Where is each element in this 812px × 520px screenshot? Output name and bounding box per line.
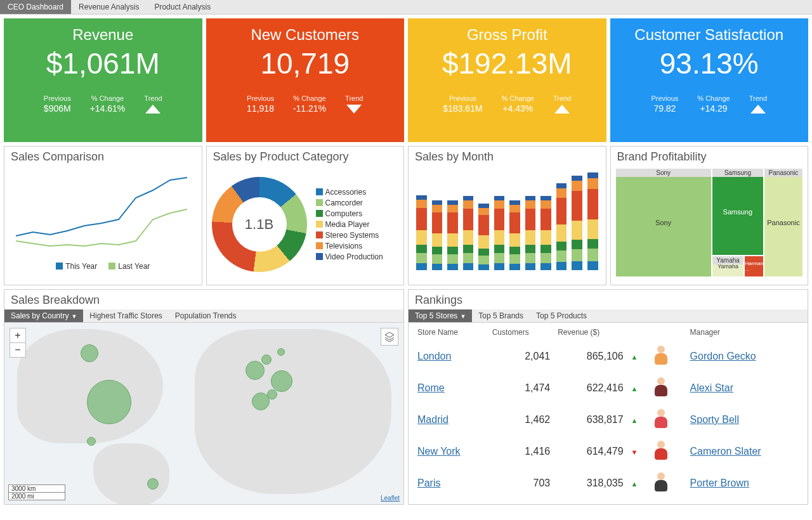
tab-product-analysis[interactable]: Product Analysis (147, 0, 218, 14)
customers-value: 1,474 (488, 372, 554, 404)
bar-sep[interactable] (540, 196, 551, 270)
kpi-value: 10,719 (260, 46, 350, 81)
chevron-down-icon: ▼ (460, 313, 466, 320)
kpi-value: $1,061M (46, 46, 160, 81)
manager-link[interactable]: Cameron Slater (690, 446, 761, 457)
kpi-new-customers[interactable]: New Customers 10,719 Previous11,918 % Ch… (206, 18, 405, 142)
donut-center: 1.1B (232, 197, 287, 252)
rankings-tab-top-5-brands[interactable]: Top 5 Brands (472, 309, 530, 322)
treemap-cell-samsung: Samsung (723, 208, 752, 216)
table-row: Madrid 1,462 638,817 ▲ Sporty Bell (414, 404, 802, 436)
legend-this-year: This Year (65, 262, 97, 271)
customers-value: 1,462 (488, 404, 554, 436)
rankings-tab-top-5-stores[interactable]: Top 5 Stores▼ (409, 309, 472, 322)
manager-link[interactable]: Gordon Gecko (690, 351, 756, 361)
panel-title: Sales Breakdown (4, 290, 403, 309)
layers-button[interactable] (381, 328, 398, 346)
store-link[interactable]: Paris (417, 478, 440, 488)
panel-title: Sales Comparison (4, 146, 202, 166)
avatar (652, 376, 670, 398)
bar-nov[interactable] (572, 176, 582, 270)
breakdown-tab-sales-by-country[interactable]: Sales by Country▼ (4, 309, 83, 322)
rankings-table: Store NameCustomersRevenue ($)Manager Lo… (414, 325, 802, 499)
trend-down-icon (346, 105, 362, 114)
trend-up-icon (145, 105, 160, 114)
legend-last-year: Last Year (118, 262, 150, 271)
panel-sales-breakdown: Sales Breakdown Sales by Country▼Highest… (4, 289, 404, 505)
bar-jun[interactable] (494, 196, 505, 270)
rankings-tab-top-5-products[interactable]: Top 5 Products (530, 309, 593, 322)
bar-mar[interactable] (447, 200, 458, 270)
zoom-in-button[interactable]: + (10, 328, 25, 343)
panel-title: Sales by Product Category (207, 146, 404, 166)
layers-icon (384, 332, 395, 342)
table-row: Paris 703 318,035 ▲ Porter Brown (414, 467, 802, 499)
bar-aug[interactable] (525, 196, 536, 270)
store-link[interactable]: Madrid (417, 414, 449, 425)
table-row: London 2,041 865,106 ▲ Gordon Gecko (414, 341, 802, 372)
col-customers: Customers (488, 325, 554, 341)
kpi-title: Gross Profit (467, 26, 547, 44)
treemap-cell-harman: Harman ... (745, 261, 763, 272)
manager-link[interactable]: Sporty Bell (690, 414, 739, 425)
sales-comparison-chart[interactable] (10, 169, 197, 257)
table-row: Rome 1,474 622,416 ▲ Alexi Star (414, 372, 802, 404)
legend-media-player: Media Player (316, 220, 383, 229)
bar-feb[interactable] (432, 200, 443, 270)
avatar (652, 344, 670, 366)
store-link[interactable]: Rome (417, 382, 445, 393)
bar-jan[interactable] (416, 195, 427, 270)
map-scale: 3000 km 2000 mi (8, 485, 65, 500)
panel-rankings: Rankings Top 5 Stores▼Top 5 BrandsTop 5 … (408, 289, 808, 505)
manager-link[interactable]: Porter Brown (690, 478, 749, 488)
store-link[interactable]: New York (417, 446, 461, 457)
kpi-customer-satisfaction[interactable]: Customer Satisfaction 93.13% Previous79.… (610, 18, 809, 142)
store-link[interactable]: London (417, 351, 451, 361)
bar-oct[interactable] (556, 183, 567, 270)
breakdown-tab-population-trends[interactable]: Population Trends (169, 309, 243, 322)
donut-chart[interactable]: 1.1B (212, 177, 307, 272)
panel-title: Sales by Month (409, 146, 606, 166)
trend-up-icon: ▲ (631, 385, 638, 393)
customers-value: 1,416 (488, 436, 554, 467)
sales-by-month-chart[interactable] (414, 169, 601, 270)
revenue-value: 622,416 (554, 372, 627, 404)
bar-may[interactable] (478, 204, 489, 270)
revenue-value: 318,035 (554, 467, 627, 499)
trend-up-icon: ▲ (631, 417, 638, 424)
col-spacer (627, 325, 649, 341)
tab-revenue-analysis[interactable]: Revenue Analysis (71, 0, 147, 14)
panel-sales-by-month: Sales by Month (408, 146, 606, 285)
treemap-header-samsung: Samsung (712, 169, 763, 177)
treemap-chart[interactable]: Sony Sony Samsung Samsung Yamaha (616, 169, 803, 276)
kpi-revenue[interactable]: Revenue $1,061M Previous$906M % Change+1… (4, 18, 202, 142)
donut-legend: AccessoriesCamcorderComputersMedia Playe… (316, 186, 383, 263)
legend-computers: Computers (316, 209, 383, 218)
trend-up-icon (750, 105, 766, 114)
tab-ceo-dashboard[interactable]: CEO Dashboard (0, 0, 71, 14)
bar-jul[interactable] (509, 200, 520, 270)
treemap-header-yamaha: Yamaha (712, 256, 744, 264)
kpi-gross-profit[interactable]: Gross Profit $192.13M Previous$183.61M %… (408, 18, 606, 142)
kpi-value: 93.13% (660, 46, 759, 81)
kpi-title: New Customers (251, 26, 359, 44)
map-attribution[interactable]: Leaflet (381, 495, 400, 502)
legend-accessories: Accessories (316, 188, 383, 197)
avatar (652, 408, 670, 429)
legend-televisions: Televisions (316, 242, 383, 250)
manager-link[interactable]: Alexi Star (690, 382, 733, 393)
bar-apr[interactable] (463, 196, 474, 270)
kpi-title: Revenue (72, 26, 133, 44)
zoom-out-button[interactable]: − (10, 343, 25, 357)
breakdown-tab-highest-traffic-stores[interactable]: Highest Traffic Stores (83, 309, 169, 322)
trend-up-icon (554, 105, 570, 114)
col-store-name: Store Name (414, 325, 488, 341)
kpi-title: Customer Satisfaction (634, 26, 783, 44)
trend-down-icon: ▼ (631, 448, 638, 456)
map[interactable]: + − 3000 km 2000 mi (4, 323, 403, 504)
treemap-cell-panasonic: Panasonic (767, 219, 799, 226)
revenue-value: 638,817 (554, 404, 627, 436)
customers-value: 703 (488, 467, 554, 499)
panel-brand-profitability: Brand Profitability Sony Sony Samsung Sa… (610, 146, 809, 285)
bar-dec[interactable] (587, 172, 598, 270)
